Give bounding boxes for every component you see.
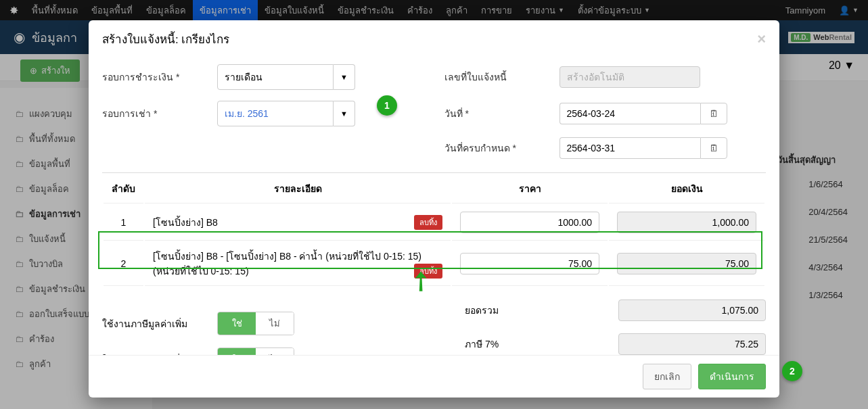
marker-label: 2 <box>790 366 795 377</box>
rent-cycle-value: เม.ย. 2561 <box>217 101 334 126</box>
date-input[interactable] <box>559 103 700 124</box>
pay-cycle-value: รายเดือน <box>217 64 334 90</box>
row-no: 2 <box>104 242 143 286</box>
price-input[interactable] <box>460 253 599 274</box>
total-output <box>617 253 756 274</box>
date-label: วันที่ * <box>444 106 559 121</box>
calendar-icon[interactable]: 🗓 <box>700 103 727 124</box>
chevron-down-icon: ▼ <box>334 64 355 90</box>
th-price: ราคา <box>452 174 608 203</box>
table-row: 1 [โซนปิ้งย่าง] B8ลบทิ้ง <box>104 205 764 241</box>
toggle-opt-no[interactable]: ไม่ <box>256 348 294 355</box>
price-input[interactable] <box>460 212 599 233</box>
toggle-opt-yes[interactable]: ใช่ <box>218 348 256 355</box>
desc-text: [โซนปิ้งย่าง] B8 - [โซนปิ้งย่าง] B8 - ค่… <box>153 251 421 276</box>
invoice-no-label: เลขที่ใบแจ้งหนี้ <box>444 70 559 85</box>
vat-row: ภาษี 7% <box>465 333 766 355</box>
pay-cycle-label: รอบการชำระเงิน * <box>102 70 217 85</box>
toggle-opt-no[interactable]: ไม่ <box>256 312 294 335</box>
vat-amount-label: ภาษี 7% <box>465 337 618 352</box>
rent-cycle-select[interactable]: เม.ย. 2561 ▼ <box>217 101 355 126</box>
due-date-label: วันที่ครบกำหนด * <box>444 141 559 155</box>
subtotal-label: ยอดรวม <box>465 303 618 318</box>
total-output <box>617 212 756 233</box>
rent-cycle-label: รอบการเช่า * <box>102 106 217 121</box>
pay-cycle-select[interactable]: รายเดือน ▼ <box>217 64 355 90</box>
annotation-marker-2: 2 <box>782 361 802 381</box>
wht-toggle-row: ใช้งานภาษีหัก ณ ที่จ่าย ใช่ ไม่ <box>102 347 430 355</box>
vat-toggle[interactable]: ใช่ ไม่ <box>217 312 294 335</box>
vat-toggle-row: ใช้งานภาษีมูลค่าเพิ่ม ใช่ ไม่ <box>102 312 430 335</box>
invoice-no-input <box>559 66 700 88</box>
marker-label: 1 <box>384 100 390 111</box>
calendar-icon[interactable]: 🗓 <box>700 137 727 159</box>
modal-header: สร้างใบแจ้งหนี้: เกรียงไกร × <box>89 20 779 57</box>
proceed-button[interactable]: ดำเนินการ <box>698 364 766 389</box>
modal-title: สร้างใบแจ้งหนี้: เกรียงไกร <box>102 30 229 48</box>
modal-scroll-area[interactable]: รอบการชำระเงิน * รายเดือน ▼ เลขที่ใบแจ้ง… <box>89 57 779 355</box>
modal-footer: ยกเลิก ดำเนินการ <box>89 355 779 398</box>
row-no: 1 <box>104 205 143 241</box>
create-invoice-modal: สร้างใบแจ้งหนี้: เกรียงไกร × รอบการชำระเ… <box>89 20 779 398</box>
vat-label: ใช้งานภาษีมูลค่าเพิ่ม <box>102 316 217 331</box>
subtotal-row: ยอดรวม <box>465 299 766 321</box>
annotation-marker-1: 1 <box>377 95 397 116</box>
th-no: ลำดับ <box>104 174 143 203</box>
cancel-button[interactable]: ยกเลิก <box>643 364 691 389</box>
proceed-label: ดำเนินการ <box>710 371 754 382</box>
due-date-input[interactable] <box>559 137 700 159</box>
desc-text: [โซนปิ้งย่าง] B8 <box>153 217 218 228</box>
th-total: ยอดเงิน <box>609 174 764 203</box>
row-desc: [โซนปิ้งย่าง] B8ลบทิ้ง <box>145 205 451 241</box>
line-items-table: ลำดับ รายละเอียด ราคา ยอดเงิน 1 [โซนปิ้ง… <box>102 172 766 287</box>
wht-toggle[interactable]: ใช่ ไม่ <box>217 347 294 355</box>
vat-amount-value <box>618 333 766 355</box>
toggle-opt-yes[interactable]: ใช่ <box>218 312 256 335</box>
delete-button[interactable]: ลบทิ้ง <box>414 215 442 230</box>
chevron-down-icon: ▼ <box>334 101 355 126</box>
cancel-label: ยกเลิก <box>654 371 680 382</box>
subtotal-value <box>618 299 766 321</box>
th-desc: รายละเอียด <box>145 174 451 203</box>
close-button[interactable]: × <box>757 30 766 48</box>
